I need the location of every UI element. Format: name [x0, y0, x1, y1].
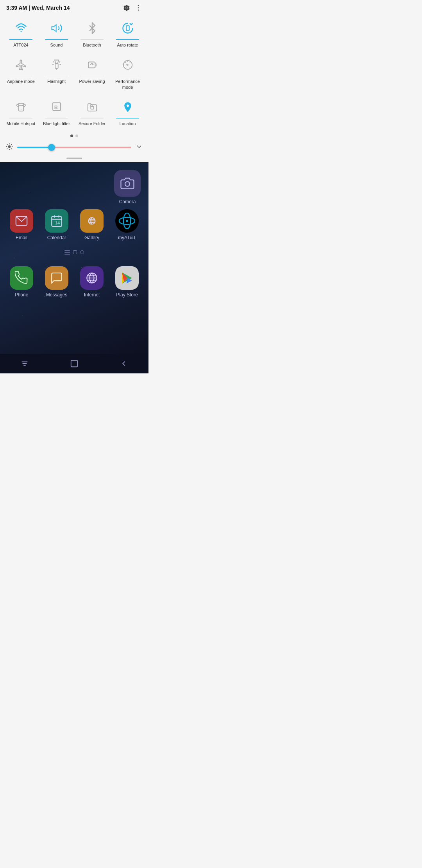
bluelightfilter-icon: B [48, 99, 65, 116]
svg-rect-5 [126, 26, 129, 31]
email-label: Email [16, 235, 27, 240]
app-row: Email 14 Calendar [0, 162, 148, 240]
status-icons [123, 4, 142, 12]
airplane-icon [13, 56, 30, 74]
recents-button[interactable] [20, 359, 29, 369]
quick-settings-panel: ATT024 Sound Bluetooth [0, 14, 148, 162]
messages-label: Messages [46, 292, 68, 298]
qs-location[interactable]: Location [110, 95, 145, 131]
qs-location-label: Location [120, 121, 136, 126]
page-dot-2[interactable] [75, 135, 78, 137]
myatt-label: myAT&T [118, 235, 136, 240]
qs-wifi[interactable]: ATT024 [3, 16, 39, 52]
mobilehotspot-icon [13, 99, 30, 116]
qs-mobilehotspot[interactable]: Mobile Hotspot [3, 95, 39, 131]
svg-point-1 [138, 7, 139, 9]
svg-text:B: B [54, 105, 57, 110]
drag-handle-bar [66, 158, 82, 159]
svg-rect-18 [18, 103, 23, 111]
qs-performancemode-label: Performance mode [111, 79, 144, 90]
internet-app[interactable]: Internet [76, 266, 107, 298]
brightness-slider[interactable] [17, 147, 131, 148]
myatt-icon [115, 209, 139, 233]
date: Wed, March 14 [32, 5, 70, 11]
svg-marker-4 [52, 25, 56, 32]
svg-rect-45 [71, 360, 78, 367]
home-screen: Camera Email 14 [0, 162, 148, 354]
wifi-icon [13, 20, 30, 37]
playstore-app[interactable]: Play Store [111, 266, 143, 298]
time: 3:39 AM [6, 5, 27, 11]
calendar-label: Calendar [47, 235, 66, 240]
svg-line-28 [7, 144, 8, 145]
qs-airplane[interactable]: Airplane mode [3, 52, 39, 95]
qs-flashlight-label: Flashlight [47, 79, 66, 84]
qs-powersaving[interactable]: Power saving [74, 52, 110, 95]
home-nav-dots [0, 240, 148, 262]
phone-icon [10, 266, 33, 290]
gallery-label: Gallery [84, 235, 99, 240]
svg-point-17 [127, 64, 129, 66]
settings-icon[interactable] [123, 4, 131, 12]
phone-app[interactable]: Phone [6, 266, 37, 298]
messages-icon [45, 266, 68, 290]
status-bar: 3:39 AM | Wed, March 14 [0, 0, 148, 14]
qs-bluetooth[interactable]: Bluetooth [74, 16, 110, 52]
drag-handle[interactable] [0, 156, 148, 162]
dock: Phone Messages [0, 262, 148, 304]
qs-autorotate-label: Auto rotate [117, 42, 138, 48]
home-button[interactable] [70, 359, 79, 369]
brightness-thumb[interactable] [48, 144, 55, 151]
recents-nav-icon [64, 250, 70, 255]
flashlight-icon [48, 56, 65, 74]
myatt-app[interactable]: myAT&T [111, 209, 143, 240]
more-options-icon[interactable] [134, 4, 142, 12]
brightness-row [0, 141, 148, 156]
page-indicators [0, 131, 148, 141]
qs-bluetooth-label: Bluetooth [83, 42, 101, 48]
qs-airplane-label: Airplane mode [7, 79, 35, 84]
calendar-app[interactable]: 14 Calendar [41, 209, 72, 240]
separator: | [29, 5, 32, 11]
svg-point-2 [138, 10, 139, 11]
calendar-icon: 14 [45, 209, 68, 233]
svg-line-29 [11, 148, 12, 149]
svg-rect-6 [55, 63, 58, 68]
svg-point-23 [8, 145, 11, 148]
back-button[interactable] [120, 359, 128, 369]
bluetooth-icon [84, 20, 101, 37]
svg-rect-22 [91, 107, 94, 109]
qs-powersaving-label: Power saving [79, 79, 105, 84]
svg-line-31 [7, 148, 8, 149]
qs-bluelightfilter-label: Blue light filter [43, 121, 70, 126]
qs-mobilehotspot-label: Mobile Hotspot [7, 121, 35, 126]
powersaving-icon [84, 56, 101, 74]
qs-sound[interactable]: Sound [39, 16, 74, 52]
svg-point-3 [20, 31, 21, 32]
home-nav-square [73, 250, 77, 254]
qs-flashlight[interactable]: Flashlight [39, 52, 74, 95]
internet-icon [80, 266, 104, 290]
playstore-label: Play Store [116, 292, 138, 298]
qs-securefolder-label: Secure Folder [79, 121, 106, 126]
performancemode-icon [119, 56, 136, 74]
page-dot-1[interactable] [70, 135, 73, 137]
internet-label: Internet [84, 292, 100, 298]
autorotate-icon [119, 20, 136, 37]
status-time-date: 3:39 AM | Wed, March 14 [6, 5, 70, 11]
qs-securefolder[interactable]: Secure Folder [74, 95, 110, 131]
qs-wifi-label: ATT024 [13, 42, 28, 48]
qs-performancemode[interactable]: Performance mode [110, 52, 145, 95]
navigation-bar [0, 354, 148, 373]
qs-autorotate[interactable]: Auto rotate [110, 16, 145, 52]
messages-app[interactable]: Messages [41, 266, 72, 298]
email-app[interactable]: Email [6, 209, 37, 240]
email-icon [10, 209, 33, 233]
gallery-app[interactable]: Gallery [76, 209, 107, 240]
quick-settings-grid: ATT024 Sound Bluetooth [0, 16, 148, 131]
location-icon [119, 99, 136, 116]
svg-text:14: 14 [55, 220, 60, 225]
qs-sound-label: Sound [50, 42, 63, 48]
brightness-expand-button[interactable] [135, 143, 143, 152]
qs-bluelightfilter[interactable]: B Blue light filter [39, 95, 74, 131]
